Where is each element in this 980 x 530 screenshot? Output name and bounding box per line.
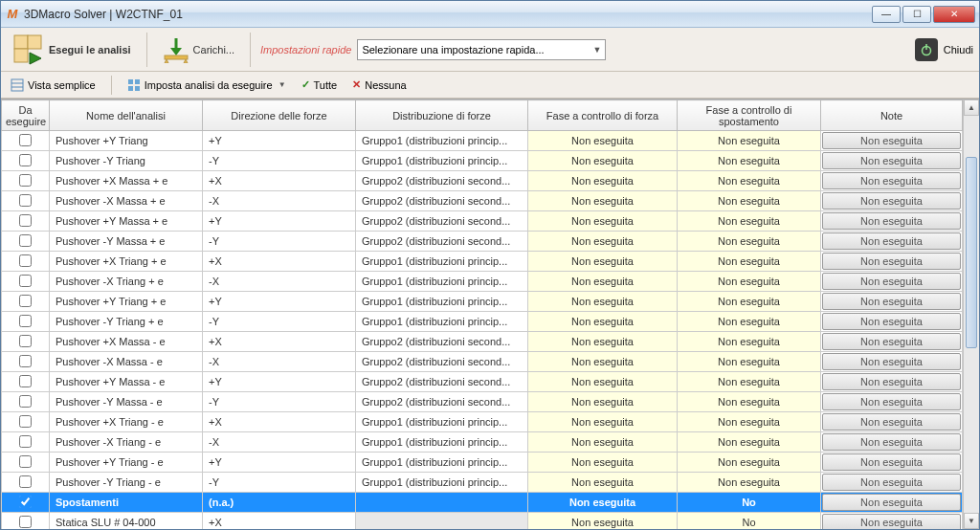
cell-fase-spost[interactable]: Non eseguita: [678, 473, 821, 493]
cell-fase-forza[interactable]: Non eseguita: [528, 352, 678, 372]
cell-nome[interactable]: Pushover -X Massa + e: [50, 191, 203, 211]
cell-checkbox[interactable]: [2, 432, 50, 453]
cell-direzione[interactable]: +X: [203, 171, 356, 191]
cell-nome[interactable]: Pushover +X Massa + e: [50, 171, 203, 191]
cell-fase-spost[interactable]: Non eseguita: [678, 312, 821, 332]
cell-fase-spost[interactable]: Non eseguita: [678, 352, 821, 372]
table-row[interactable]: Pushover +Y Massa - e+YGruppo2 (distribu…: [2, 372, 963, 392]
table-row[interactable]: Pushover -X Triang + e-XGruppo1 (distrib…: [2, 272, 963, 292]
cell-fase-forza[interactable]: Non eseguita: [528, 513, 678, 530]
cell-fase-spost[interactable]: No: [678, 493, 821, 513]
cell-checkbox[interactable]: [2, 493, 50, 513]
table-row[interactable]: Pushover +X Massa - e+XGruppo2 (distribu…: [2, 332, 963, 352]
row-checkbox[interactable]: [19, 174, 32, 187]
cell-checkbox[interactable]: [2, 513, 50, 530]
cell-nome[interactable]: Pushover -Y Massa + e: [50, 232, 203, 252]
table-row[interactable]: Pushover +X Triang - e+XGruppo1 (distrib…: [2, 412, 963, 432]
vertical-scrollbar[interactable]: ▲ ▼: [963, 99, 979, 529]
cell-fase-spost[interactable]: Non eseguita: [678, 332, 821, 352]
col-fase-forza[interactable]: Fase a controllo di forza: [528, 100, 678, 131]
cell-nome[interactable]: Pushover +Y Triang - e: [50, 453, 203, 473]
cell-direzione[interactable]: -Y: [203, 151, 356, 171]
cell-distribuzione[interactable]: Gruppo2 (distribuzioni second...: [356, 191, 528, 211]
cell-checkbox[interactable]: [2, 292, 50, 312]
cell-checkbox[interactable]: [2, 131, 50, 151]
cell-fase-forza[interactable]: Non eseguita: [528, 171, 678, 191]
table-row[interactable]: Pushover -Y Massa + e-YGruppo2 (distribu…: [2, 232, 963, 252]
cell-checkbox[interactable]: [2, 352, 50, 372]
row-checkbox[interactable]: [19, 455, 32, 468]
table-row[interactable]: Pushover +Y Triang+YGruppo1 (distribuzio…: [2, 131, 963, 151]
table-row[interactable]: Pushover +X Triang + e+XGruppo1 (distrib…: [2, 252, 963, 272]
cell-fase-spost[interactable]: Non eseguita: [678, 272, 821, 292]
col-fase-spostamento[interactable]: Fase a controllo di spostamento: [678, 100, 821, 131]
note-button[interactable]: Non eseguita: [822, 192, 961, 210]
table-row[interactable]: Spostamenti(n.a.)Non eseguitaNoNon esegu…: [2, 493, 963, 513]
row-checkbox[interactable]: [19, 275, 32, 287]
cell-fase-spost[interactable]: Non eseguita: [678, 191, 821, 211]
cell-fase-forza[interactable]: Non eseguita: [528, 131, 678, 151]
cell-nome[interactable]: Pushover -X Triang - e: [50, 432, 203, 453]
cell-nome[interactable]: Pushover -Y Triang: [50, 151, 203, 171]
row-checkbox[interactable]: [19, 355, 32, 367]
note-button[interactable]: Non eseguita: [822, 253, 961, 270]
row-checkbox[interactable]: [19, 214, 32, 227]
cell-checkbox[interactable]: [2, 272, 50, 292]
cell-fase-spost[interactable]: Non eseguita: [678, 372, 821, 392]
cell-checkbox[interactable]: [2, 171, 50, 191]
cell-distribuzione[interactable]: Gruppo2 (distribuzioni second...: [356, 392, 528, 412]
cell-nome[interactable]: Pushover +Y Massa + e: [50, 211, 203, 232]
carichi-button[interactable]: Carichi...: [157, 34, 240, 65]
row-checkbox[interactable]: [19, 295, 32, 307]
cell-fase-forza[interactable]: Non eseguita: [528, 232, 678, 252]
cell-direzione[interactable]: -Y: [203, 232, 356, 252]
note-button[interactable]: Non eseguita: [822, 373, 961, 390]
cell-distribuzione[interactable]: Gruppo1 (distribuzioni princip...: [356, 272, 528, 292]
cell-fase-forza[interactable]: Non eseguita: [528, 392, 678, 412]
row-checkbox[interactable]: [19, 194, 32, 207]
cell-direzione[interactable]: +Y: [203, 292, 356, 312]
cell-nome[interactable]: Pushover -Y Triang + e: [50, 312, 203, 332]
cell-checkbox[interactable]: [2, 453, 50, 473]
note-button[interactable]: Non eseguita: [822, 172, 961, 189]
row-checkbox[interactable]: [19, 315, 32, 327]
table-row[interactable]: Pushover +Y Triang + e+YGruppo1 (distrib…: [2, 292, 963, 312]
cell-fase-forza[interactable]: Non eseguita: [528, 453, 678, 473]
cell-direzione[interactable]: (n.a.): [203, 493, 356, 513]
cell-checkbox[interactable]: [2, 312, 50, 332]
cell-distribuzione[interactable]: Gruppo1 (distribuzioni princip...: [356, 432, 528, 453]
cell-distribuzione[interactable]: Gruppo2 (distribuzioni second...: [356, 332, 528, 352]
cell-distribuzione[interactable]: [356, 513, 528, 530]
table-row[interactable]: Pushover +Y Triang - e+YGruppo1 (distrib…: [2, 453, 963, 473]
note-button[interactable]: Non eseguita: [822, 152, 961, 169]
row-checkbox[interactable]: [19, 415, 32, 428]
cell-fase-spost[interactable]: Non eseguita: [678, 412, 821, 432]
power-button[interactable]: [915, 38, 938, 61]
cell-distribuzione[interactable]: Gruppo2 (distribuzioni second...: [356, 352, 528, 372]
cell-fase-spost[interactable]: Non eseguita: [678, 211, 821, 232]
cell-checkbox[interactable]: [2, 191, 50, 211]
row-checkbox[interactable]: [19, 516, 32, 528]
cell-direzione[interactable]: -X: [203, 432, 356, 453]
cell-distribuzione[interactable]: Gruppo1 (distribuzioni princip...: [356, 312, 528, 332]
cell-direzione[interactable]: +Y: [203, 211, 356, 232]
cell-checkbox[interactable]: [2, 332, 50, 352]
cell-direzione[interactable]: +X: [203, 513, 356, 530]
nessuna-button[interactable]: ✕ Nessuna: [348, 77, 410, 93]
note-button[interactable]: Non eseguita: [822, 494, 961, 511]
col-da-eseguire[interactable]: Da eseguire: [2, 100, 50, 131]
note-button[interactable]: Non eseguita: [822, 273, 961, 290]
cell-fase-spost[interactable]: Non eseguita: [678, 453, 821, 473]
cell-direzione[interactable]: -Y: [203, 312, 356, 332]
note-button[interactable]: Non eseguita: [822, 293, 961, 310]
col-direzione[interactable]: Direzione delle forze: [203, 100, 356, 131]
impostazioni-select[interactable]: Selezionare una impostazione rapida... ▼: [357, 39, 606, 60]
cell-fase-forza[interactable]: Non eseguita: [528, 493, 678, 513]
cell-fase-forza[interactable]: Non eseguita: [528, 211, 678, 232]
cell-checkbox[interactable]: [2, 211, 50, 232]
cell-checkbox[interactable]: [2, 392, 50, 412]
note-button[interactable]: Non eseguita: [822, 353, 961, 370]
cell-nome[interactable]: Pushover +Y Triang + e: [50, 292, 203, 312]
cell-distribuzione[interactable]: Gruppo2 (distribuzioni second...: [356, 171, 528, 191]
scroll-down-button[interactable]: ▼: [964, 513, 979, 529]
